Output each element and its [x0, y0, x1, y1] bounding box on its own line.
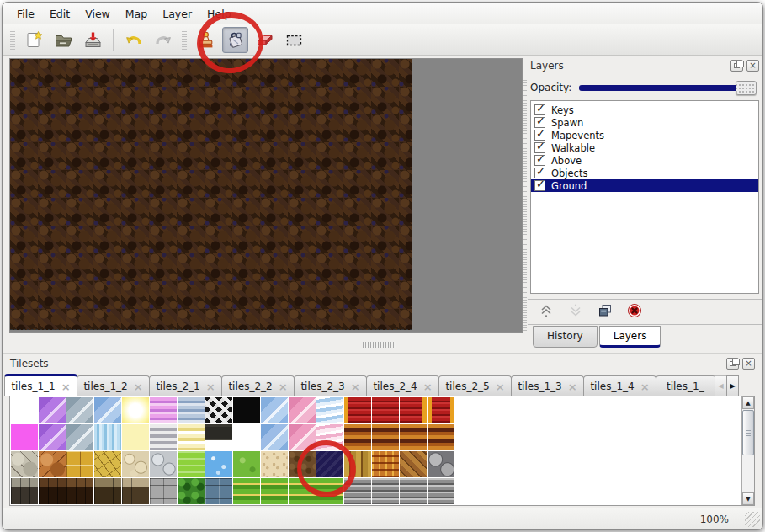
tile-magenta[interactable] — [11, 424, 38, 450]
tile-glass-pink[interactable] — [289, 424, 316, 450]
tileset-tab-tiles_2_4[interactable]: tiles_2_4× — [366, 375, 439, 396]
tile-wall-gray[interactable] — [344, 478, 371, 504]
close-tab-icon[interactable]: × — [568, 381, 577, 392]
tile-stripe-cream[interactable] — [178, 424, 205, 450]
tile-navy[interactable] — [316, 451, 343, 477]
layer-row-objects[interactable]: Objects — [531, 167, 758, 179]
tileset-tab-tiles_1_1[interactable]: tiles_1_1× — [4, 374, 77, 396]
fill-tool-button[interactable] — [222, 27, 248, 53]
layer-row-keys[interactable]: Keys — [531, 104, 758, 116]
tile-glass-pink[interactable] — [289, 397, 316, 423]
map-canvas[interactable] — [10, 59, 412, 330]
open-map-button[interactable] — [50, 27, 77, 53]
tile-dirt[interactable] — [289, 451, 316, 477]
close-tab-icon[interactable]: × — [279, 381, 288, 392]
close-panel-icon[interactable]: × — [742, 358, 755, 370]
menu-map[interactable]: Map — [118, 5, 155, 23]
tile-hedge[interactable] — [178, 478, 205, 504]
tile-tile-yellow[interactable] — [66, 451, 93, 477]
tile-curtain-lr[interactable] — [428, 397, 454, 423]
tile-curtain-r[interactable] — [400, 397, 427, 423]
tile-brick-gray[interactable] — [150, 478, 177, 504]
panel-drag-grip[interactable] — [523, 80, 527, 332]
tile-wood-stripe[interactable] — [428, 424, 454, 450]
move-layer-up-button[interactable] — [538, 304, 555, 321]
toolbar-grip[interactable] — [10, 29, 15, 51]
close-tab-icon[interactable]: × — [351, 381, 360, 392]
tile-glass-purple[interactable] — [39, 424, 66, 450]
tile-pale-yellow[interactable] — [122, 424, 149, 450]
scroll-down-icon[interactable]: ▼ — [742, 492, 754, 505]
close-tab-icon[interactable]: × — [61, 381, 71, 392]
tileset-tab-tiles_1_3[interactable]: tiles_1_3× — [511, 375, 584, 396]
duplicate-layer-button[interactable] — [597, 304, 614, 321]
toolbar-grip[interactable] — [182, 29, 187, 51]
tile-weave[interactable] — [372, 451, 399, 477]
tile-herring[interactable] — [400, 451, 427, 477]
tile-grass-flowers[interactable] — [233, 478, 260, 504]
tile-sign[interactable] — [205, 424, 232, 450]
stamp-tool-button[interactable] — [193, 27, 219, 53]
tile-brick-blue[interactable] — [205, 478, 232, 504]
tileset-tab-tiles_1_2[interactable]: tiles_1_2× — [77, 375, 150, 396]
select-tool-button[interactable] — [281, 27, 307, 53]
tile-sand[interactable] — [261, 451, 288, 477]
layer-visibility-checkbox[interactable] — [534, 180, 545, 191]
tile-wave-blue[interactable] — [316, 397, 343, 423]
tileset-tab-tiles_1[interactable]: tiles_1_ — [656, 375, 716, 396]
save-map-button[interactable] — [80, 27, 106, 53]
close-tab-icon[interactable]: × — [206, 381, 215, 392]
tileset-tab-tiles_2_5[interactable]: tiles_2_5× — [438, 375, 512, 396]
tile-logs[interactable] — [428, 451, 454, 477]
close-tab-icon[interactable]: × — [496, 381, 505, 392]
tile-brickrow-brown1[interactable] — [39, 478, 66, 504]
tile-stripe-pink[interactable] — [150, 397, 177, 423]
layer-row-walkable[interactable]: Walkable — [531, 141, 758, 154]
tile-glass-blue[interactable] — [94, 397, 121, 423]
tile-grass-lime[interactable] — [178, 451, 205, 477]
close-tab-icon[interactable]: × — [640, 381, 650, 392]
new-map-button[interactable] — [21, 27, 47, 53]
tile-wood-stripe[interactable] — [400, 424, 427, 450]
scroll-up-icon[interactable]: ▲ — [742, 396, 754, 409]
tile-glass-purple[interactable] — [39, 397, 66, 423]
tileset-tab-tiles_1_4[interactable]: tiles_1_4× — [583, 375, 656, 396]
palette-scrollbar[interactable]: ▲ ▼ — [741, 396, 754, 505]
tile-wall-gray[interactable] — [400, 478, 427, 504]
tab-layers[interactable]: Layers — [599, 326, 661, 348]
tile-wood-stripe[interactable] — [372, 424, 399, 450]
tile-brickrow-brown2[interactable] — [66, 478, 93, 504]
tile-lattice[interactable] — [205, 397, 232, 423]
tile-water[interactable] — [205, 451, 232, 477]
tile-wood-stripe[interactable] — [344, 424, 371, 450]
tile-glass-gray[interactable] — [66, 397, 93, 423]
redo-button[interactable] — [150, 27, 176, 53]
tileset-tab-tiles_2_2[interactable]: tiles_2_2× — [221, 375, 295, 396]
scrollbar-thumb[interactable] — [742, 410, 754, 455]
tab-history[interactable]: History — [533, 326, 598, 348]
opacity-slider-handle[interactable] — [736, 81, 757, 95]
tile-white[interactable] — [11, 397, 38, 423]
layer-row-ground[interactable]: Ground — [531, 179, 758, 192]
map-tilesets-splitter-handle[interactable] — [363, 342, 396, 348]
tile-wave-pink[interactable] — [316, 424, 343, 450]
tile-planks[interactable] — [344, 451, 371, 477]
tile-grass-flowers[interactable] — [289, 478, 316, 504]
map-canvas-viewport[interactable] — [9, 58, 523, 332]
tileset-tab-tiles_2_1[interactable]: tiles_2_1× — [149, 375, 222, 396]
tile-crack-yellow[interactable] — [94, 451, 121, 477]
menu-layer[interactable]: Layer — [155, 5, 199, 23]
tile-white[interactable] — [233, 424, 260, 450]
delete-layer-button[interactable] — [626, 304, 643, 321]
menu-file[interactable]: File — [9, 5, 42, 23]
tile-wall-gray[interactable] — [372, 478, 399, 504]
tile-curtain-l[interactable] — [344, 397, 371, 423]
tile-stripe-gray[interactable] — [150, 424, 177, 450]
tile-glass-blue2[interactable] — [261, 397, 288, 423]
tile-black[interactable] — [233, 397, 260, 423]
tile-curtain[interactable] — [372, 397, 399, 423]
tile-pebble-gray[interactable] — [150, 451, 177, 477]
menu-edit[interactable]: Edit — [42, 5, 77, 23]
tile-grass-flowers[interactable] — [261, 478, 288, 504]
float-window-icon[interactable] — [726, 358, 739, 370]
